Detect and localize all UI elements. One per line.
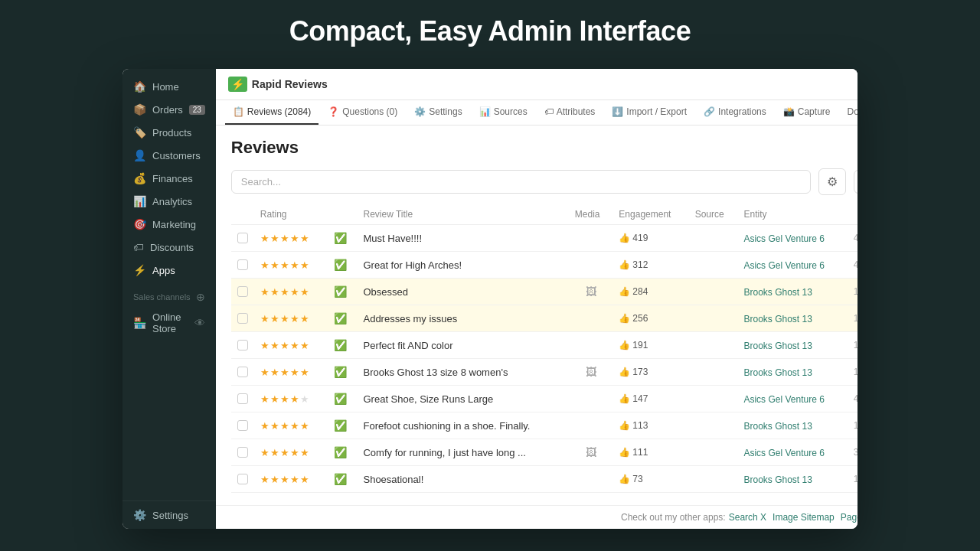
review-title: Must Have!!!! [357,225,568,252]
sidebar-item-orders[interactable]: 📦 Orders 23 [122,98,216,121]
search-input[interactable] [231,170,811,194]
row-checkbox[interactable] [237,393,248,404]
sidebar-item-apps[interactable]: ⚡ Apps [122,259,216,282]
verified-icon: ✅ [334,366,347,378]
col-media: Media [569,204,613,225]
media-cell [569,305,613,332]
entity-link[interactable]: Asics Gel Venture 6 [743,448,824,458]
star-rating: ★★★★★ [260,233,310,244]
tab-attributes[interactable]: 🏷 Attributes [537,100,603,125]
tab-icon: 🏷 [544,106,554,117]
row-checkbox[interactable] [237,367,248,377]
sidebar-item-products[interactable]: 🏷️ Products [122,121,216,144]
row-checkbox[interactable] [237,447,248,458]
tab-label: Integrations [718,106,766,117]
source-cell [689,279,738,305]
tab-icon: 📊 [479,106,491,117]
nav-label: Customers [152,150,201,161]
tab-docs[interactable]: Docs [839,100,858,125]
entity-link[interactable]: Asics Gel Venture 6 [743,233,824,244]
tab-label: Questions (0) [342,106,397,117]
app-brand: ⚡ Rapid Reviews [228,77,328,92]
col-source: Source [689,204,738,225]
star-rating: ★★★★★ [260,340,310,351]
sidebar-item-discounts[interactable]: 🏷 Discounts [122,236,216,259]
sidebar-footer: ⚙️ Settings [122,500,216,529]
sidebar-item-settings[interactable]: ⚙️ Settings [133,509,205,521]
entity-link[interactable]: Brooks Ghost 13 [743,287,812,298]
store-icon: 🏪 [133,317,146,329]
tab-label: Docs [847,106,858,117]
nav-label: Orders [152,104,183,116]
time-cell: 1 year ago [848,412,858,439]
entity-link[interactable]: Brooks Ghost 13 [743,367,812,378]
tab-capture[interactable]: 📸 Capture [776,100,838,125]
add-sales-channel-icon[interactable]: ⊕ [196,291,205,303]
time-cell: 4 years ago [848,225,858,252]
row-checkbox[interactable] [237,259,248,270]
tab-import-/-export[interactable]: ⬇️ Import / Export [604,100,694,125]
tab-icon: 📸 [783,106,795,117]
nav-label: Apps [152,265,175,276]
sidebar: 🏠 Home 📦 Orders 23 🏷️ Products 👤 Custome… [122,69,216,529]
row-checkbox[interactable] [237,233,248,243]
star-rating: ★★★★★ [260,393,310,405]
sidebar-item-home[interactable]: 🏠 Home [122,75,216,98]
row-checkbox[interactable] [237,313,248,324]
entity-link[interactable]: Asics Gel Venture 6 [743,394,824,405]
tab-settings[interactable]: ⚙️ Settings [407,100,469,125]
col-entity: Entity [737,204,847,225]
row-checkbox[interactable] [237,286,248,297]
tab-label: Settings [429,106,462,117]
row-checkbox[interactable] [237,420,248,431]
online-store-label: Online Store [152,311,188,334]
sidebar-item-customers[interactable]: 👤 Customers [122,144,216,167]
entity-link[interactable]: Brooks Ghost 13 [743,421,812,432]
tab-label: Sources [494,106,528,117]
nav-icon: 🏠 [133,80,146,93]
entity-link[interactable]: Asics Gel Venture 6 [743,260,824,271]
media-cell [569,386,613,412]
footer-link-image-sitemap[interactable]: Image Sitemap [773,512,835,523]
entity-link[interactable]: Brooks Ghost 13 [743,341,812,351]
time-cell: 1 year ago [848,305,858,332]
sidebar-item-analytics[interactable]: 📊 Analytics [122,190,216,213]
source-cell [689,225,738,252]
row-checkbox[interactable] [237,474,248,484]
review-title: Shoesational! [357,466,568,493]
engagement-cell: 👍312 [612,252,688,279]
tab-sources[interactable]: 📊 Sources [472,100,535,125]
star-rating: ★★★★★ [260,474,310,485]
tab-bar: 📋 Reviews (2084) ❓ Questions (0) ⚙️ Sett… [216,100,858,126]
star-rating: ★★★★★ [260,447,310,458]
table-row: ★★★★★ ✅ Forefoot cushioning in a shoe. F… [231,412,858,439]
row-checkbox[interactable] [237,340,248,350]
entity-link[interactable]: Brooks Ghost 13 [743,314,812,324]
sort-select[interactable]: Popular Newest Oldest Highest Lowest [854,170,858,194]
eye-icon[interactable]: 👁 [194,317,205,329]
source-cell [689,332,738,359]
nav-icon: ⚡ [133,264,146,276]
media-cell: 🖼 [569,439,613,466]
footer-link-search-x[interactable]: Search X [729,512,766,523]
tab-integrations[interactable]: 🔗 Integrations [696,100,774,125]
col-rating: Rating [254,204,328,225]
source-cell [689,386,738,412]
nav-badge: 23 [189,105,205,115]
nav-icon: 📊 [133,195,146,207]
verified-icon: ✅ [334,312,347,324]
review-title: Obsessed [357,279,568,305]
entity-link[interactable]: Brooks Ghost 13 [743,474,812,485]
footer-link-pagespeed[interactable]: PageSpeed Monitor [841,512,858,523]
filter-button[interactable]: ⚙ [818,168,846,195]
sidebar-item-finances[interactable]: 💰 Finances [122,167,216,190]
sidebar-item-marketing[interactable]: 🎯 Marketing [122,213,216,236]
sidebar-item-online-store[interactable]: 🏪 Online Store 👁 [122,306,216,340]
source-cell [689,412,738,439]
tab-questions--0-[interactable]: ❓ Questions (0) [320,100,405,125]
table-row: ★★★★★ ✅ Great Shoe, Size Runs Large 👍147… [231,386,858,412]
source-cell [689,252,738,279]
nav-icon: 🎯 [133,218,146,230]
engagement-cell: 👍73 [612,466,688,493]
tab-reviews--2084-[interactable]: 📋 Reviews (2084) [225,100,318,125]
